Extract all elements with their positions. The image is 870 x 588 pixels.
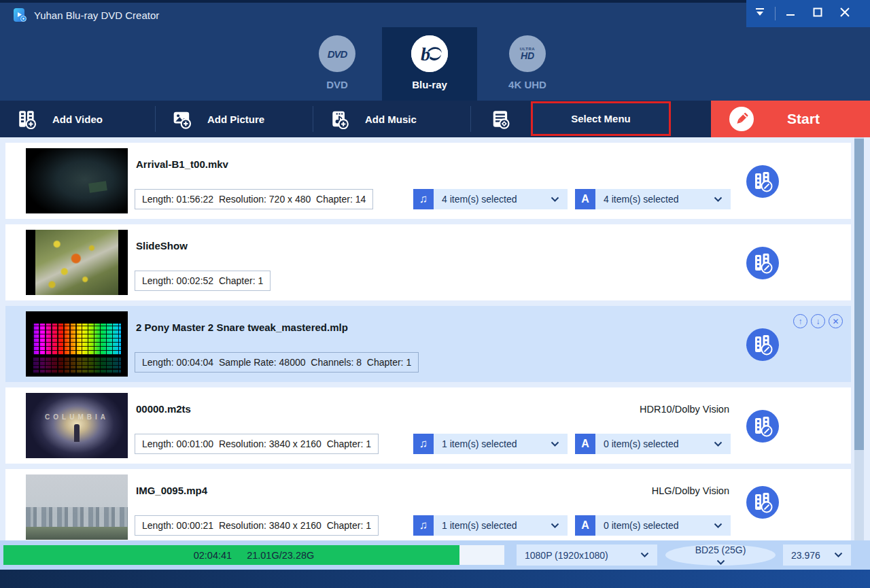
status-bar: 02:04:41 21.01G/23.28G 1080P (1920x1080)… bbox=[0, 540, 870, 570]
add-picture-icon bbox=[172, 109, 192, 129]
chevron-down-icon bbox=[716, 559, 725, 566]
media-title: 00000.m2ts bbox=[136, 403, 191, 415]
close-button[interactable] bbox=[831, 0, 858, 27]
add-picture-label: Add Picture bbox=[207, 114, 264, 125]
media-row-slideshow[interactable]: SlideShow Length: 00:02:52 Chapter: 1 bbox=[5, 224, 851, 300]
chevron-down-icon bbox=[714, 523, 723, 529]
audio-track-value: 4 item(s) selected bbox=[442, 194, 517, 205]
window-title: Yuhan Blu-ray DVD Creator bbox=[34, 10, 159, 21]
video-thumbnail bbox=[26, 148, 128, 213]
media-row-m2ts[interactable]: COLUMBIA 00000.m2ts HDR10/Dolby Vision L… bbox=[5, 387, 851, 464]
menu-settings-button[interactable] bbox=[471, 101, 531, 137]
dvd-disc-icon: DVD bbox=[319, 35, 355, 72]
subtitle-track-dropdown[interactable]: 0 item(s) selected bbox=[595, 515, 731, 536]
tab-dvd[interactable]: DVD DVD bbox=[302, 27, 372, 101]
edit-chapters-button[interactable] bbox=[746, 165, 779, 198]
chevron-down-icon bbox=[834, 552, 843, 558]
audio-track-value: 1 item(s) selected bbox=[442, 520, 517, 531]
minimize-icon bbox=[786, 7, 795, 20]
select-menu-label: Select Menu bbox=[571, 113, 631, 124]
audio-track-dropdown[interactable]: 4 item(s) selected bbox=[434, 189, 568, 209]
start-label: Start bbox=[754, 111, 870, 127]
titlebar-divider bbox=[775, 7, 776, 20]
hdr-badge: HDR10/Dolby Vision bbox=[640, 404, 729, 415]
resolution-value: 1080P (1920x1080) bbox=[525, 550, 608, 561]
uhd-disc-icon: ULTRAHD bbox=[509, 35, 546, 72]
add-music-button[interactable]: Add Music bbox=[313, 101, 470, 137]
edit-chapters-button[interactable] bbox=[746, 410, 779, 443]
tab-4k-uhd-label: 4K UHD bbox=[508, 79, 546, 90]
chevron-down-icon bbox=[714, 441, 723, 447]
minimize-button[interactable] bbox=[777, 0, 804, 27]
format-tabs: DVD DVD b Blu-ray ULTRAHD 4K bbox=[0, 27, 870, 101]
filmstrip-edit-icon bbox=[746, 410, 779, 443]
format-header: DVD DVD b Blu-ray ULTRAHD 4K bbox=[0, 27, 870, 101]
filmstrip-edit-icon bbox=[746, 247, 779, 279]
add-video-icon bbox=[17, 109, 37, 129]
audio-track-icon: ♫ bbox=[413, 189, 434, 209]
row-actions: ↑ ↓ ✕ bbox=[793, 314, 843, 328]
media-row-img0095[interactable]: IMG_0095.mp4 HLG/Dolby Vision Length: 00… bbox=[5, 469, 851, 540]
media-info-text: Length: 00:04:04 Sample Rate: 48000 Chan… bbox=[142, 357, 411, 368]
titlebar-menu-button[interactable] bbox=[746, 0, 773, 27]
burn-pencil-icon bbox=[729, 106, 754, 132]
add-video-label: Add Video bbox=[52, 114, 103, 125]
subtitle-track-icon: A bbox=[575, 515, 595, 536]
list-scrollbar-thumb[interactable] bbox=[854, 139, 864, 450]
select-menu-button[interactable]: Select Menu bbox=[531, 101, 671, 136]
audio-track-value: 1 item(s) selected bbox=[442, 438, 517, 449]
svg-text:b: b bbox=[421, 44, 430, 65]
media-info-text: Length: 00:00:21 Resolution: 3840 x 2160… bbox=[142, 520, 371, 531]
tab-blu-ray[interactable]: b Blu-ray bbox=[382, 27, 477, 101]
disc-type-dropdown[interactable]: BD25 (25G) bbox=[665, 544, 776, 566]
subtitle-track-dropdown[interactable]: 0 item(s) selected bbox=[595, 434, 731, 454]
media-row-arrival[interactable]: Arrival-B1_t00.mkv Length: 01:56:22 Reso… bbox=[5, 143, 851, 219]
media-info-box: Length: 00:04:04 Sample Rate: 48000 Chan… bbox=[135, 352, 419, 373]
add-video-button[interactable]: Add Video bbox=[0, 101, 155, 137]
media-info-text: Length: 00:01:00 Resolution: 3840 x 2160… bbox=[142, 438, 371, 449]
audio-spectrum-thumbnail bbox=[26, 311, 128, 377]
hdr-badge: HLG/Dolby Vision bbox=[652, 485, 729, 496]
start-button[interactable]: Start bbox=[711, 101, 870, 137]
thumbnail-caption: COLUMBIA bbox=[26, 413, 128, 421]
used-capacity: 21.01G/23.28G bbox=[247, 550, 314, 561]
frame-rate-dropdown[interactable]: 23.976 bbox=[783, 544, 851, 566]
subtitle-track-value: 4 item(s) selected bbox=[604, 194, 678, 205]
edit-chapters-button[interactable] bbox=[746, 247, 779, 279]
edit-chapters-button[interactable] bbox=[746, 328, 779, 361]
media-info-text: Length: 01:56:22 Resolution: 720 x 480 C… bbox=[142, 194, 366, 205]
move-down-button[interactable]: ↓ bbox=[811, 314, 825, 328]
window-controls bbox=[746, 0, 870, 27]
resolution-dropdown[interactable]: 1080P (1920x1080) bbox=[517, 544, 657, 566]
subtitle-track-dropdown[interactable]: 4 item(s) selected bbox=[595, 189, 731, 209]
media-info-box: Length: 01:56:22 Resolution: 720 x 480 C… bbox=[135, 189, 373, 209]
video-thumbnail: COLUMBIA bbox=[26, 393, 128, 458]
maximize-button[interactable] bbox=[804, 0, 831, 27]
chevron-down-icon bbox=[640, 552, 649, 558]
media-list: Arrival-B1_t00.mkv Length: 01:56:22 Reso… bbox=[0, 137, 870, 540]
app-window: Yuhan Blu-ray DVD Creator bbox=[0, 0, 870, 588]
audio-track-dropdown[interactable]: 1 item(s) selected bbox=[434, 434, 568, 454]
total-duration: 02:04:41 bbox=[194, 550, 232, 561]
audio-track-dropdown[interactable]: 1 item(s) selected bbox=[434, 515, 568, 536]
list-scrollbar-track[interactable] bbox=[854, 137, 864, 540]
chevron-down-icon bbox=[714, 196, 723, 203]
close-icon bbox=[840, 7, 850, 20]
filmstrip-edit-icon bbox=[746, 328, 779, 361]
remove-item-button[interactable]: ✕ bbox=[829, 314, 843, 328]
blu-ray-disc-icon: b bbox=[411, 35, 448, 72]
chevron-down-icon bbox=[551, 196, 559, 203]
add-music-label: Add Music bbox=[365, 114, 417, 125]
subtitle-track-value: 0 item(s) selected bbox=[604, 520, 678, 531]
move-up-button[interactable]: ↑ bbox=[793, 314, 807, 328]
subtitle-track-icon: A bbox=[575, 434, 595, 454]
tab-4k-uhd[interactable]: ULTRAHD 4K UHD bbox=[487, 27, 568, 101]
progress-text: 02:04:41 21.01G/23.28G bbox=[3, 545, 504, 565]
media-row-audio-selected[interactable]: 2 Pony Master 2 Snare tweak_mastered.mlp… bbox=[5, 306, 851, 382]
add-picture-button[interactable]: Add Picture bbox=[156, 101, 313, 137]
slideshow-thumbnail bbox=[26, 230, 128, 295]
edit-chapters-button[interactable] bbox=[746, 486, 779, 519]
tab-blu-ray-label: Blu-ray bbox=[412, 79, 447, 90]
audio-track-icon: ♫ bbox=[413, 434, 434, 454]
toolbar: Add Video Add Picture bbox=[0, 101, 870, 137]
